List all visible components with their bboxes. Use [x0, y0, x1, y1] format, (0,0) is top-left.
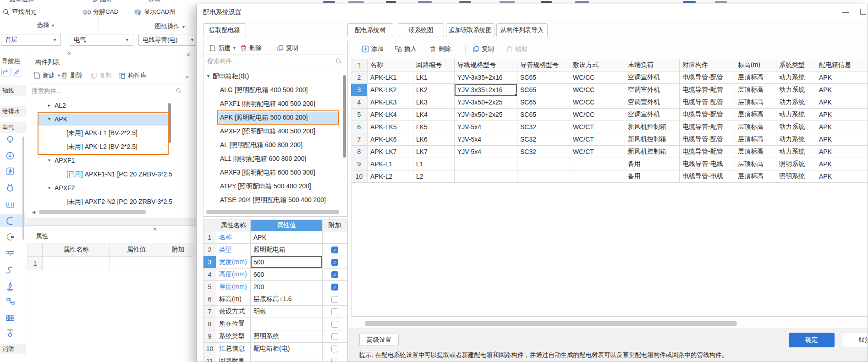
circuit-cell[interactable]: 层顶标高 — [735, 109, 776, 121]
circuit-cell[interactable]: SC65 — [517, 71, 570, 84]
circuit-cell[interactable]: 照明系统 — [776, 170, 816, 183]
property-value-cell[interactable]: APK — [251, 231, 323, 244]
find-element-button[interactable]: 查找图元 — [3, 8, 37, 16]
circuit-cell[interactable]: 电缆导管-配管 — [680, 71, 735, 84]
circuit-cell[interactable]: 层顶标高 — [735, 121, 776, 133]
properties-table-row[interactable]: 1 — [27, 257, 195, 270]
properties-cell[interactable] — [43, 257, 110, 270]
row-number-cell[interactable]: 3 — [351, 84, 368, 96]
circuit-cell[interactable]: 电缆导管-配管 — [680, 96, 735, 109]
circuit-cell[interactable]: 动力系统 — [776, 146, 816, 158]
circuit-table-row[interactable]: 4APK-LK3LK3YJV-3x50+2x25SC65WC/CC空调室外机电缆… — [351, 96, 868, 109]
property-value-cell[interactable]: 200 — [251, 281, 323, 293]
property-name-cell[interactable]: 宽度(mm) — [216, 256, 251, 269]
attach-checkbox[interactable] — [331, 333, 338, 340]
circuit-cell[interactable]: SC32 — [517, 146, 570, 158]
attach-checkbox[interactable]: ✓ — [331, 259, 338, 266]
circuit-cell[interactable]: APK — [816, 158, 868, 170]
circuit-cell[interactable]: WC/CT — [570, 133, 625, 146]
property-name-cell[interactable]: 所在位置 — [216, 318, 251, 330]
circuit-cell[interactable]: WC/CT — [570, 146, 625, 158]
toolbar-expand-icon[interactable]: » — [186, 74, 189, 80]
delete-row-button[interactable]: 删除 — [429, 45, 451, 53]
circuit-cell[interactable]: SC65 — [517, 109, 570, 121]
import-from-list-button[interactable]: 从构件列表导入 — [496, 23, 548, 37]
circuit-cell[interactable]: 备用 — [625, 158, 680, 170]
maximize-icon[interactable] — [860, 9, 866, 15]
circuit-cell[interactable]: 动力系统 — [776, 121, 816, 133]
property-check-cell[interactable] — [323, 343, 347, 355]
pump-elbow-icon[interactable] — [5, 297, 15, 307]
property-value-cell[interactable]: 层底标高+1.6 — [251, 293, 323, 306]
circuit-cell[interactable]: 层顶标高 — [735, 71, 776, 84]
tree-expanded-arrow[interactable]: ▾ — [48, 158, 50, 163]
dialog-new-button[interactable]: 新建 ▼ — [209, 44, 236, 52]
line-button[interactable]: 直线 — [148, 0, 160, 3]
circuit-cell[interactable] — [570, 158, 625, 170]
row-number-cell[interactable]: 5 — [351, 109, 368, 121]
properties-cell[interactable] — [110, 257, 163, 270]
major-dropdown[interactable]: 电气▼ — [70, 34, 133, 46]
circuit-cell[interactable]: APK — [816, 96, 868, 109]
property-check-cell[interactable]: ✓ — [323, 269, 347, 281]
component-tree-item[interactable]: ▾APXF1 — [26, 154, 196, 168]
dialog-grid-row[interactable]: 10汇总信息配电箱柜(电) — [203, 343, 347, 355]
circuit-cell[interactable]: APK-LK3 — [368, 96, 413, 109]
row-number-cell[interactable]: 8 — [351, 146, 368, 158]
attach-checkbox[interactable] — [331, 296, 338, 303]
component-search-input[interactable]: 搜索构件... — [32, 87, 61, 95]
circuit-table-row[interactable]: 3APK-LK2LK2YJV-3x35+2x16SC65WC/CC空调室外机电缆… — [351, 84, 868, 96]
tree-expanded-arrow[interactable]: ▾ — [207, 73, 209, 78]
level-dropdown[interactable]: 首层▼ — [1, 34, 61, 46]
circuit-cell[interactable] — [570, 170, 625, 183]
component-copy-button[interactable]: 复制 — [90, 71, 112, 80]
row-number-cell[interactable]: 3 — [203, 256, 216, 269]
property-value-cell[interactable]: 明敷 — [251, 306, 323, 318]
circuit-cell[interactable]: 电线导管-电线 — [680, 170, 735, 183]
edit-button[interactable] — [12, 68, 21, 77]
dialog-grid-row[interactable]: 9系统类型照明系统 — [203, 330, 347, 343]
circuit-cell[interactable]: 动力系统 — [776, 109, 816, 121]
select-group-label[interactable]: 选择▼ — [37, 21, 55, 29]
circuit-table-row[interactable]: 10APK-L2L2备用电线导管-电线层顶标高照明系统APK — [351, 170, 868, 183]
component-library-button[interactable]: 构件库 — [118, 71, 147, 80]
circuit-cell[interactable]: SC65 — [517, 84, 570, 96]
circuit-table-row[interactable]: 7APK-LK6LK6YJV-5x4SC32WC/CT新风机控制箱电缆导管-配管… — [351, 133, 868, 146]
circuit-cell[interactable]: 动力系统 — [776, 96, 816, 109]
dialog-tree-item[interactable]: ATSE-20/4 [照明配电箱 500 400 200] — [203, 193, 345, 207]
socket-icon[interactable] — [5, 151, 15, 161]
circuit-table-row[interactable]: 9APK-L1L1备用电线导管-电线层顶标高照明系统APK — [351, 158, 868, 170]
circuit-cell[interactable]: WC/CC — [570, 109, 625, 121]
property-name-cell[interactable]: 汇总信息 — [216, 343, 251, 355]
property-value-cell[interactable]: 配电箱柜(电) — [251, 343, 323, 355]
circuit-cell[interactable]: 层顶标高 — [735, 170, 776, 183]
circuit-cell[interactable]: 空调室外机 — [625, 96, 680, 109]
append-read-diagram-button[interactable]: 追加读取系统图 — [446, 23, 494, 37]
dialog-search-input[interactable]: 搜索构件... — [207, 57, 237, 66]
dialog-tree-item[interactable]: AL [照明配电箱 600 800 200] — [203, 138, 345, 152]
property-name-cell[interactable]: 厚度(mm) — [216, 281, 251, 293]
circuit-cell[interactable]: L2 — [413, 170, 455, 183]
circuit-table-hscrollbar[interactable] — [365, 321, 737, 326]
ok-button[interactable]: 确定 — [789, 333, 835, 347]
element-type-dropdown[interactable]: 电线导管(电)▼ — [138, 34, 198, 46]
dialog-tree-item[interactable]: APK [照明配电箱 500 600 200] — [203, 111, 345, 125]
property-value-cell[interactable]: 照明配电箱 — [251, 244, 323, 256]
multi-view-button[interactable]: 多视图 — [93, 0, 111, 3]
navbar-section-plumbing[interactable]: 给排水 — [0, 106, 26, 117]
circuit-cell[interactable]: 新风机控制箱 — [625, 121, 680, 133]
circuit-cell[interactable]: APK-LK7 — [368, 146, 413, 158]
circuit-cell[interactable]: LK4 — [413, 109, 455, 121]
circuit-cell[interactable]: 备用 — [625, 170, 680, 183]
circuit-cell[interactable]: APK-LK1 — [368, 71, 413, 84]
row-number-cell[interactable]: 1 — [203, 231, 216, 244]
property-value-cell[interactable]: 照明系统 — [251, 330, 323, 343]
dialog-grid-row[interactable]: 3宽度(mm)500✓ — [203, 256, 347, 269]
dialog-grid-row[interactable]: 7敷设方式明敷 — [203, 306, 347, 318]
row-number-cell[interactable]: 6 — [351, 121, 368, 133]
circuit-cell[interactable]: 新风机控制箱 — [625, 133, 680, 146]
circuit-cell[interactable]: APK-LK2 — [368, 84, 413, 96]
circuit-cell[interactable]: SC32 — [517, 121, 570, 133]
circuit-cell[interactable]: WC/CC — [570, 71, 625, 84]
circuit-cell[interactable]: 动力系统 — [776, 133, 816, 146]
